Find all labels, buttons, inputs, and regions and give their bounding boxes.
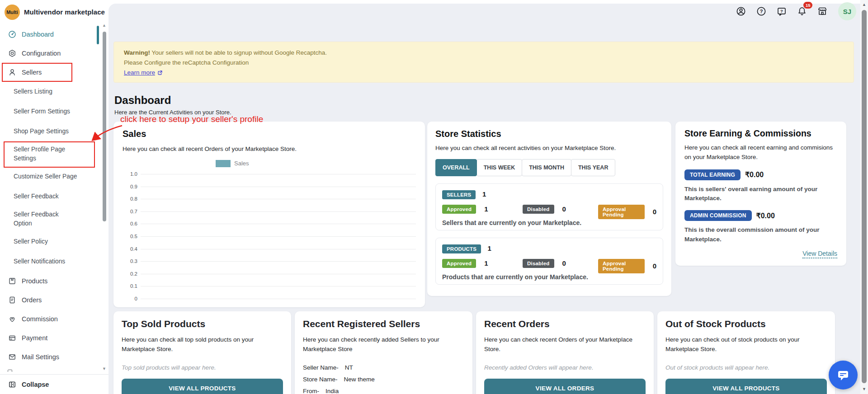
- sidebar-item-dashboard[interactable]: Dashboard: [0, 25, 108, 44]
- sidebar-item-products[interactable]: Products: [0, 272, 108, 291]
- view-all-products-button[interactable]: VIEW ALL PRODUCTS: [665, 379, 827, 394]
- store-earning-card: Store Earning & Commissions Here you can…: [675, 122, 846, 266]
- active-item-indicator: [97, 26, 99, 44]
- sidebar-item-customize-seller-page[interactable]: Customize Seller Page: [0, 167, 108, 187]
- chat-bubble-icon: [836, 368, 850, 382]
- view-all-products-button[interactable]: VIEW ALL PRODUCTS: [122, 379, 283, 394]
- y-tick-label: 0.6: [123, 221, 137, 226]
- card-title: Top Sold Products: [122, 319, 283, 329]
- collapse-label: Collapse: [22, 381, 49, 388]
- warning-title: Warning!: [124, 49, 150, 56]
- sidebar-item-sellers-listing[interactable]: Sellers Listing: [0, 82, 108, 102]
- user-avatar[interactable]: SJ: [838, 2, 856, 20]
- collapse-icon: [8, 380, 16, 389]
- y-tick-label: 1.0: [123, 171, 137, 177]
- empty-state-text: Top sold products will appear here.: [122, 364, 216, 371]
- configuration-icon: [8, 49, 16, 57]
- sidebar-item-seller-feedback-option[interactable]: Seller Feedback Option: [0, 206, 108, 232]
- annotation-text: click here to setup your seller's profil…: [120, 114, 263, 124]
- feedback-icon: ?: [776, 6, 787, 17]
- commission-icon: [8, 315, 16, 323]
- sidebar-collapse-button[interactable]: Collapse: [0, 374, 108, 394]
- sellers-icon: [8, 68, 16, 76]
- empty-state-text: Recently added Orders will appear here.: [484, 364, 594, 371]
- y-tick-label: 0.9: [123, 184, 137, 189]
- tab-this-month[interactable]: THIS MONTH: [522, 159, 571, 176]
- sidebar-item-seller-form-settings[interactable]: Seller Form Settings: [0, 102, 108, 122]
- account-button[interactable]: [735, 5, 747, 17]
- sidebar-item-mail-settings[interactable]: Mail Settings: [0, 347, 108, 366]
- feedback-button[interactable]: ?: [776, 5, 788, 17]
- sidebar-scrollbar[interactable]: ▲ ▼: [102, 23, 108, 373]
- view-all-orders-button[interactable]: VIEW ALL ORDERS: [484, 379, 646, 394]
- main-content: Warning! Your sellers will not be able t…: [108, 4, 860, 394]
- y-tick-label: 0.1: [123, 283, 137, 289]
- sidebar-item-seller-profile-page-settings[interactable]: Seller Profile Page Settings: [0, 141, 108, 167]
- sidebar-item-orders[interactable]: Orders: [0, 291, 108, 310]
- app-logo: Multi: [5, 5, 20, 20]
- row-value: New theme: [344, 376, 375, 383]
- partial-menu-item-icon: [8, 370, 12, 372]
- scroll-down-icon[interactable]: ▼: [102, 367, 106, 371]
- annotation-arrow: [86, 124, 124, 145]
- warning-line-2: Please Configure the reCaptcha Configura…: [124, 59, 844, 66]
- learn-more-link[interactable]: Learn more: [124, 69, 163, 76]
- y-tick-label: 0.7: [123, 209, 137, 214]
- help-button[interactable]: ?: [755, 5, 767, 17]
- view-details-link[interactable]: View Details: [802, 250, 837, 258]
- sidebar-item-label: Seller Notifications: [14, 257, 65, 266]
- sidebar-item-label: Commission: [22, 315, 58, 323]
- help-icon: ?: [756, 6, 767, 17]
- sidebar-item-payment[interactable]: Payment: [0, 328, 108, 347]
- row-label: Store Name-: [303, 376, 338, 383]
- account-icon: [736, 6, 746, 17]
- svg-text:?: ?: [760, 9, 763, 14]
- sidebar-item-seller-policy[interactable]: Seller Policy: [0, 232, 108, 252]
- brand: Multi Multivendor marketplace: [0, 0, 108, 21]
- sidebar-item-label: Payment: [22, 334, 47, 342]
- row-label: Seller Name-: [303, 364, 339, 371]
- sidebar-item-configuration[interactable]: Configuration: [0, 44, 108, 63]
- store-earning-subtitle: Here you can check all recent earning an…: [684, 143, 835, 162]
- page-scrollbar[interactable]: ▲ ▼: [860, 0, 868, 394]
- y-tick-label: 0.4: [123, 246, 137, 252]
- tab-this-year[interactable]: THIS YEAR: [571, 159, 615, 176]
- sidebar-item-seller-notifications[interactable]: Seller Notifications: [0, 252, 108, 272]
- sales-chart: 1.0 0.9 0.8 0.7 0.6 0.5 0.4 0.3 0.2 0.1 …: [123, 171, 416, 302]
- tab-overall[interactable]: OVERALL: [435, 159, 477, 176]
- disabled-badge: Disabled: [523, 205, 554, 214]
- sales-card-subtitle: Here you can check all recent Orders of …: [123, 145, 416, 154]
- scroll-up-icon[interactable]: ▲: [102, 23, 106, 28]
- sidebar-item-commission[interactable]: Commission: [0, 310, 108, 328]
- bottom-cards-row: Top Sold Products Here you can check all…: [113, 311, 835, 394]
- tab-this-week[interactable]: THIS WEEK: [476, 159, 522, 176]
- scroll-down-icon[interactable]: ▼: [862, 387, 866, 391]
- from-row: From-India: [303, 388, 339, 394]
- sellers-stats-group: SELLERS 1 Approved1 Disabled0 Approval P…: [435, 183, 663, 230]
- scroll-up-icon[interactable]: ▲: [862, 3, 866, 7]
- sidebar-item-seller-feedback[interactable]: Seller Feedback: [0, 187, 108, 206]
- store-statistics-subtitle: Here you can check all recent activities…: [435, 144, 663, 153]
- chat-widget-button[interactable]: [829, 361, 858, 389]
- legend-swatch: [216, 160, 231, 167]
- sidebar-item-label: Dashboard: [22, 31, 54, 38]
- store-button[interactable]: [816, 5, 828, 17]
- chart-legend[interactable]: Sales: [216, 160, 416, 167]
- total-earning-description: This is sellers' overall earning amount …: [684, 185, 829, 203]
- admin-commission-description: This is the overall commission amount of…: [684, 225, 829, 244]
- page-scrollbar-thumb[interactable]: [862, 10, 867, 383]
- sidebar-item-label: Products: [22, 277, 47, 285]
- approved-badge: Approved: [442, 205, 476, 214]
- admin-commission-badge: ADMIN COMMISSION: [684, 210, 752, 221]
- recent-registered-sellers-card: Recent Registered Sellers Here you can c…: [295, 311, 472, 394]
- card-subtitle: Here you can check all top sold products…: [122, 335, 271, 354]
- store-statistics-title: Store Statistics: [435, 129, 663, 139]
- topbar: ? ? 15 SJ: [735, 2, 856, 20]
- sellers-count: 1: [482, 190, 486, 198]
- products-caption: Products that are currently on your Mark…: [442, 273, 588, 281]
- disabled-count: 0: [562, 205, 566, 213]
- approved-count: 1: [484, 259, 488, 267]
- y-tick-label: 0.8: [123, 196, 137, 202]
- sidebar-item-sellers[interactable]: Sellers: [0, 63, 108, 82]
- notifications-button[interactable]: 15: [796, 5, 808, 17]
